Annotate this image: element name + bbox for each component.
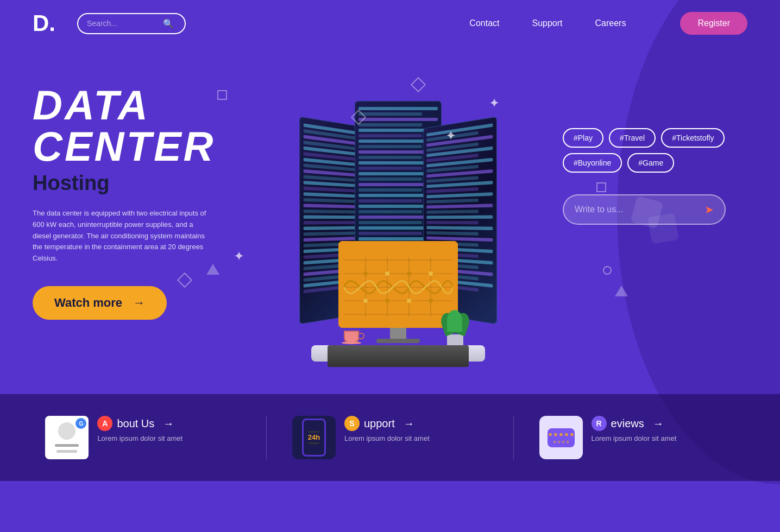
coffee-cup xyxy=(344,331,360,344)
about-us-content: A bout Us → Lorem ipsum dolor sit amet xyxy=(97,416,183,442)
hero-section: ✦ ✦ ✦ DATA CENTER Hosting The data cente… xyxy=(0,47,780,383)
desk-setup xyxy=(311,241,485,362)
monitor-base xyxy=(376,339,420,343)
rack-line xyxy=(304,231,358,236)
rack-line xyxy=(304,198,358,203)
divider-1 xyxy=(266,416,267,459)
rack-line xyxy=(358,134,422,137)
footer-card-about: G A bout Us → Lorem ipsum dolor sit amet xyxy=(45,416,241,459)
hero-title-line2: CENTER xyxy=(33,126,234,167)
hashtag-buyonline[interactable]: #Buyonline xyxy=(563,153,622,173)
reviews-content: R eviews → Lorem ipsum dolor sit amet xyxy=(592,416,677,442)
support-arrow[interactable]: → xyxy=(404,417,414,430)
about-line xyxy=(56,450,77,453)
divider-2 xyxy=(513,416,514,459)
hashtag-travel[interactable]: #Travel xyxy=(609,128,656,148)
rack-line xyxy=(358,123,422,126)
cup-handle xyxy=(359,333,364,339)
write-to-us-form[interactable]: ➤ xyxy=(563,194,726,225)
hero-title-line1: DATA xyxy=(33,85,234,126)
rack-line xyxy=(426,226,493,230)
svg-point-12 xyxy=(429,299,433,303)
register-button[interactable]: Register xyxy=(680,12,747,35)
hero-description: The data center is equipped with two ele… xyxy=(33,208,206,264)
plant-leaves xyxy=(442,307,469,334)
rack-line xyxy=(304,221,358,224)
watch-more-label: Watch more xyxy=(54,296,122,310)
stars-container: ★★★★★ ★★★★ xyxy=(548,431,575,445)
svg-point-9 xyxy=(363,271,368,276)
desk-surface xyxy=(311,345,485,362)
about-us-header: A bout Us → xyxy=(97,416,183,431)
reviews-desc: Lorem ipsum dolor sit amet xyxy=(592,434,677,442)
hashtags-container: #Play #Travel #Ticketstofly #Buyonline #… xyxy=(563,128,747,173)
rack-line xyxy=(304,210,358,214)
cup-saucer xyxy=(342,341,361,344)
rack-line xyxy=(426,221,478,224)
plant xyxy=(442,307,469,345)
person-avatar xyxy=(58,422,76,440)
rack-line xyxy=(426,231,478,236)
hashtag-game[interactable]: #Game xyxy=(627,153,674,173)
support-content: S upport → Lorem ipsum dolor sit amet xyxy=(344,416,430,442)
rack-line xyxy=(426,210,478,213)
header: D. 🔍 Contact Support Careers Register xyxy=(0,0,780,47)
svg-point-10 xyxy=(385,299,389,303)
reviews-title: eviews xyxy=(611,417,644,430)
nav-contact[interactable]: Contact xyxy=(469,18,499,28)
reviews-arrow[interactable]: → xyxy=(653,417,664,430)
support-letter: S xyxy=(344,416,360,431)
hashtag-play[interactable]: #Play xyxy=(563,128,603,148)
send-button[interactable]: ➤ xyxy=(704,203,714,216)
rack-line xyxy=(358,118,438,121)
rack-line xyxy=(426,204,493,208)
rack-line xyxy=(358,188,422,192)
svg-point-11 xyxy=(407,271,411,276)
rack-line xyxy=(358,232,422,235)
arrow-icon: → xyxy=(133,296,145,310)
footer-cards: G A bout Us → Lorem ipsum dolor sit amet… xyxy=(0,394,780,481)
google-icon: G xyxy=(76,418,86,429)
about-us-desc: Lorem ipsum dolor sit amet xyxy=(97,434,183,442)
about-us-arrow[interactable]: → xyxy=(163,417,174,430)
rack-line xyxy=(358,221,422,224)
cup-body xyxy=(344,331,359,343)
phone-device: 24h xyxy=(302,419,326,457)
write-to-us-input[interactable] xyxy=(575,205,704,214)
rack-line xyxy=(358,210,422,213)
about-letter: A xyxy=(97,416,112,431)
phone-24h: 24h xyxy=(308,434,320,441)
about-line xyxy=(55,444,79,447)
reviews-icon: ★★★★★ ★★★★ xyxy=(539,416,583,459)
nav: Contact Support Careers Register xyxy=(469,12,747,35)
wave-chart xyxy=(344,246,452,322)
stars-row-1: ★★★★★ xyxy=(548,431,575,438)
monitor-screen xyxy=(338,241,458,328)
footer-card-reviews: ★★★★★ ★★★★ R eviews → Lorem ipsum dolor … xyxy=(539,416,735,459)
nav-careers[interactable]: Careers xyxy=(595,18,626,28)
monitor-stand xyxy=(390,328,406,339)
rack-line xyxy=(358,167,422,170)
hashtag-ticketstofly[interactable]: #Ticketstofly xyxy=(661,128,725,148)
watch-more-button[interactable]: Watch more → xyxy=(33,286,167,320)
hero-title: DATA CENTER xyxy=(33,85,234,167)
rack-line xyxy=(358,199,422,202)
leaf xyxy=(447,310,462,332)
rack-line xyxy=(426,199,478,204)
footer-card-support: 24h S upport → Lorem ipsum dolor sit ame… xyxy=(292,416,488,459)
reviews-letter: R xyxy=(592,416,607,431)
search-bar[interactable]: 🔍 xyxy=(77,13,186,34)
rack-line xyxy=(358,112,422,116)
nav-support[interactable]: Support xyxy=(532,18,562,28)
rack-line xyxy=(426,192,493,198)
search-icon-button[interactable]: 🔍 xyxy=(163,18,174,29)
hero-left: DATA CENTER Hosting The data center is e… xyxy=(33,63,234,372)
server-scene xyxy=(268,79,529,362)
monitor xyxy=(338,241,458,328)
hero-subtitle: Hosting xyxy=(33,172,234,195)
svg-point-16 xyxy=(429,271,433,276)
about-us-icon: G xyxy=(45,416,89,459)
search-input[interactable] xyxy=(87,19,163,28)
support-header: S upport → xyxy=(344,416,430,431)
rack-line xyxy=(358,178,422,181)
